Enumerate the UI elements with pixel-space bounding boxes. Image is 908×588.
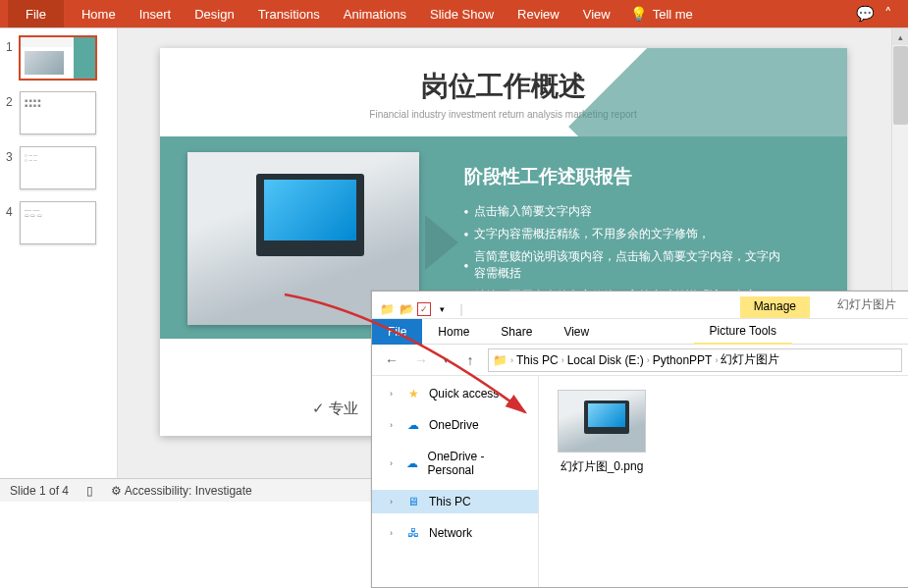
- monitor-icon: 🖥: [405, 495, 421, 508]
- tab-design[interactable]: Design: [183, 0, 245, 27]
- ribbon-collapse-icon[interactable]: ˄: [877, 5, 900, 23]
- chevron-right-icon: ›: [715, 355, 718, 365]
- file-thumbnail: [558, 390, 646, 453]
- lightbulb-icon: 💡: [630, 6, 647, 22]
- folder-icon: 📁: [493, 353, 507, 367]
- nav-onedrive[interactable]: › ☁ OneDrive: [372, 413, 538, 437]
- explorer-address-row: ← → ▾ ↑ 📁 › This PC › Local Disk (E:) › …: [372, 345, 908, 376]
- chevron-right-icon: ›: [647, 355, 650, 365]
- bullet-item: 文字内容需概括精练，不用多余的文字修饰，: [464, 226, 788, 242]
- nav-back-button[interactable]: ←: [380, 348, 403, 372]
- nav-this-pc[interactable]: › 🖥 This PC: [372, 490, 538, 513]
- file-name-label: 幻灯片图_0.png: [553, 458, 651, 475]
- nav-up-button[interactable]: ↑: [458, 348, 482, 372]
- bullet-item: 点击输入简要文字内容: [464, 203, 788, 220]
- chevron-right-icon: ›: [561, 355, 564, 365]
- star-icon: ★: [405, 387, 421, 401]
- slide-thumbnail-4[interactable]: ── ──▭ ▭ ▭: [20, 201, 96, 244]
- comments-icon[interactable]: 💬: [853, 5, 877, 23]
- explorer-titlebar: 📁 📂 ✓ ▾ | Manage 幻灯片图片: [372, 292, 908, 319]
- explorer-body: › ★ Quick access › ☁ OneDrive › ☁ OneDri…: [372, 376, 908, 587]
- nav-history-dropdown[interactable]: ▾: [439, 348, 453, 372]
- address-bar[interactable]: 📁 › This PC › Local Disk (E:) › PythonPP…: [488, 348, 902, 372]
- tab-transitions[interactable]: Transitions: [246, 0, 332, 27]
- explorer-share-menu[interactable]: Share: [485, 319, 548, 345]
- explorer-file-menu[interactable]: File: [372, 319, 422, 345]
- scrollbar-thumb[interactable]: [893, 46, 908, 125]
- cloud-icon: ☁: [405, 456, 420, 470]
- slide-thumbnails-panel: 1 2 ■ ■ ■ ■■ ■ ■ ■ 3 ○ ─ ─○ ─ ─ 4 ── ──▭…: [0, 28, 118, 478]
- thumb-number: 1: [6, 36, 20, 54]
- manage-tab[interactable]: Manage: [740, 296, 810, 318]
- chevron-right-icon: ›: [390, 420, 398, 430]
- section-heading: 阶段性工作述职报告: [464, 164, 788, 189]
- explorer-window-title: 幻灯片图片: [810, 294, 908, 318]
- chevron-right-icon: ›: [390, 497, 398, 507]
- chevron-right-icon: ›: [390, 389, 398, 399]
- nav-label: Network: [429, 526, 472, 540]
- slide-counter: Slide 1 of 4: [10, 484, 69, 498]
- chevron-right-icon: ›: [510, 355, 513, 365]
- explorer-file-list[interactable]: 幻灯片图_0.png: [539, 376, 908, 587]
- folder-open-icon[interactable]: 📂: [398, 300, 415, 318]
- picture-tools-tab[interactable]: Picture Tools: [694, 319, 792, 345]
- slide-thumbnail-3[interactable]: ○ ─ ─○ ─ ─: [20, 146, 96, 189]
- nav-label: This PC: [429, 495, 471, 508]
- arrow-shape: [425, 215, 458, 270]
- scroll-up-icon[interactable]: ▴: [892, 28, 908, 45]
- bullet-item: 言简意赅的说明该项内容，点击输入简要文字内容，文字内容需概括: [464, 248, 788, 282]
- nav-quick-access[interactable]: › ★ Quick access: [372, 382, 538, 405]
- tab-animations[interactable]: Animations: [332, 0, 418, 27]
- breadcrumb-item[interactable]: This PC: [516, 353, 559, 367]
- nav-onedrive-personal[interactable]: › ☁ OneDrive - Personal: [372, 445, 538, 482]
- chevron-right-icon: ›: [390, 458, 398, 468]
- explorer-view-menu[interactable]: View: [548, 319, 605, 345]
- tab-view[interactable]: View: [571, 0, 622, 27]
- breadcrumb-item[interactable]: 幻灯片图片: [721, 351, 779, 368]
- tab-insert[interactable]: Insert: [128, 0, 184, 27]
- tab-slideshow[interactable]: Slide Show: [418, 0, 506, 27]
- file-explorer-window: 📁 📂 ✓ ▾ | Manage 幻灯片图片 File Home Share V…: [371, 291, 908, 588]
- breadcrumb-item[interactable]: PythonPPT: [653, 353, 713, 367]
- thumb-number: 3: [6, 146, 20, 164]
- checkbox-icon[interactable]: ✓: [417, 302, 431, 316]
- slide-thumbnail-2[interactable]: ■ ■ ■ ■■ ■ ■ ■: [20, 91, 96, 134]
- qat-dropdown-icon[interactable]: ▾: [433, 300, 451, 318]
- divider: |: [453, 300, 470, 318]
- nav-label: Quick access: [429, 387, 499, 401]
- nav-network[interactable]: › 🖧 Network: [372, 521, 538, 545]
- chevron-right-icon: ›: [390, 528, 398, 538]
- nav-forward-button[interactable]: →: [409, 348, 433, 372]
- network-icon: 🖧: [405, 526, 421, 540]
- tab-home[interactable]: Home: [70, 0, 128, 27]
- ppt-ribbon: File Home Insert Design Transitions Anim…: [0, 0, 908, 27]
- thumb-number: 4: [6, 201, 20, 219]
- nav-label: OneDrive: [429, 418, 479, 432]
- tab-file[interactable]: File: [8, 0, 64, 27]
- footer-word: 专业: [312, 400, 358, 418]
- explorer-menubar: File Home Share View Picture Tools: [372, 319, 908, 345]
- slide-thumbnail-1[interactable]: [20, 36, 96, 80]
- thumb-number: 2: [6, 91, 20, 109]
- quick-access-toolbar: 📁 📂 ✓ ▾ |: [372, 300, 476, 318]
- tab-review[interactable]: Review: [506, 0, 571, 27]
- language-indicator[interactable]: ▯: [86, 484, 93, 498]
- explorer-nav-pane: › ★ Quick access › ☁ OneDrive › ☁ OneDri…: [372, 376, 539, 587]
- tell-me-search[interactable]: 💡 Tell me: [630, 6, 693, 22]
- cloud-icon: ☁: [405, 418, 421, 432]
- nav-label: OneDrive - Personal: [428, 450, 528, 477]
- folder-icon[interactable]: 📁: [378, 300, 396, 318]
- tell-me-label: Tell me: [653, 7, 693, 22]
- breadcrumb-item[interactable]: Local Disk (E:): [567, 353, 644, 367]
- file-item[interactable]: 幻灯片图_0.png: [553, 390, 651, 475]
- explorer-home-menu[interactable]: Home: [422, 319, 485, 345]
- accessibility-status[interactable]: Accessibility: Investigate: [111, 484, 252, 498]
- slide-text-block: 阶段性工作述职报告 点击输入简要文字内容 文字内容需概括精练，不用多余的文字修饰…: [464, 164, 788, 310]
